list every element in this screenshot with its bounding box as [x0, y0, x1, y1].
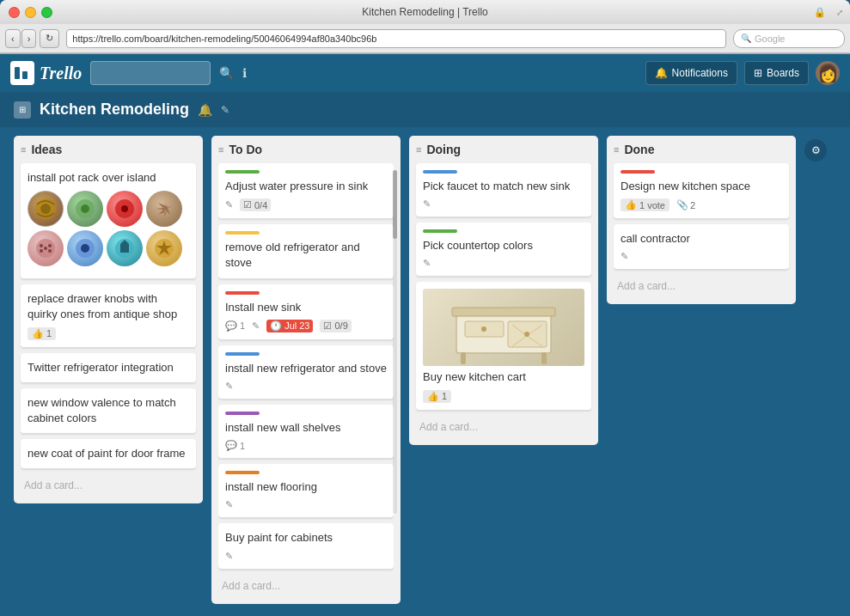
clock-icon: 🕐 — [270, 320, 282, 332]
card-twitter-fridge[interactable]: Twitter refrigerator integration — [21, 353, 196, 383]
edit-action[interactable]: ✎ — [621, 251, 628, 262]
card-title: replace drawer knobs with quirky ones fr… — [28, 291, 189, 322]
votes-badge[interactable]: 👍 1 — [28, 327, 56, 340]
edit-action[interactable]: ✎ — [423, 258, 431, 269]
card-remove-fridge[interactable]: remove old refrigerator and stove — [218, 224, 394, 278]
maximize-button[interactable] — [41, 7, 52, 18]
back-button[interactable]: ‹ — [5, 29, 21, 48]
list-header-todo: ≡ To Do — [218, 143, 394, 156]
edit-action[interactable]: ✎ — [225, 499, 233, 510]
card-drawer-knobs[interactable]: replace drawer knobs with quirky ones fr… — [21, 284, 196, 347]
add-card-ideas[interactable]: Add a card... — [21, 474, 196, 497]
card-countertop-colors[interactable]: Pick countertop colors ✎ — [416, 223, 591, 277]
checklist-value: 0/9 — [334, 320, 347, 331]
card-new-flooring[interactable]: install new flooring ✎ — [218, 464, 394, 518]
card-actions: ✎ — [225, 381, 387, 392]
card-window-valence[interactable]: new window valence to match cabinet colo… — [21, 388, 196, 434]
card-label-green — [423, 229, 457, 233]
scroll-thumb — [393, 170, 397, 239]
kitchen-cart-image — [423, 289, 584, 366]
edit-action[interactable]: ✎ — [225, 199, 233, 210]
card-buy-paint[interactable]: Buy paint for cabinets ✎ — [218, 523, 394, 569]
trello-search-button[interactable]: 🔍 — [219, 66, 234, 80]
card-title: Twitter refrigerator integration — [28, 360, 189, 375]
edit-action[interactable]: ✎ — [225, 381, 233, 392]
resize-icon: ⤢ — [836, 8, 843, 17]
knob-8 — [146, 230, 182, 266]
header-right: 🔔 Notifications ⊞ Boards 👩 — [645, 61, 840, 85]
card-pick-faucet[interactable]: Pick faucet to match new sink ✎ — [416, 163, 591, 217]
votes-badge[interactable]: 👍 1 vote — [621, 198, 670, 211]
card-label-blue — [225, 352, 260, 356]
board-settings-button[interactable]: ⚙ — [804, 139, 827, 162]
card-title: Adjust water pressure in sink — [225, 179, 387, 194]
attach-badge[interactable]: 📎 2 — [676, 199, 695, 210]
window-title: Kitchen Remodeling | Trello — [362, 6, 488, 18]
list-todo: ≡ To Do Adjust water pressure in sink ✎ … — [211, 136, 401, 604]
svg-point-12 — [81, 244, 89, 253]
card-actions: ✎ — [423, 258, 584, 269]
forward-button[interactable]: › — [21, 29, 37, 48]
card-title: install new wall shelves — [225, 420, 387, 436]
add-card-doing[interactable]: Add a card... — [416, 416, 591, 438]
edit-action[interactable]: ✎ — [225, 551, 233, 562]
card-label-blue — [423, 170, 457, 174]
boards-label: Boards — [767, 67, 799, 79]
checklist-badge[interactable]: ☑ 0/4 — [240, 198, 271, 211]
board-title: Kitchen Remodeling — [40, 101, 189, 119]
window-controls[interactable] — [9, 7, 52, 18]
card-install-new-fridge[interactable]: install new refrigerator and stove ✎ — [218, 345, 394, 399]
card-label-yellow — [225, 231, 260, 235]
minimize-button[interactable] — [25, 7, 36, 18]
card-adjust-water[interactable]: Adjust water pressure in sink ✎ ☑ 0/4 — [218, 163, 394, 219]
url-text: https://trello.com/board/kitchen-remodel… — [72, 34, 376, 44]
bell-icon: 🔔 — [655, 67, 668, 79]
edit-action[interactable]: ✎ — [252, 320, 260, 332]
card-label-red — [225, 291, 260, 295]
card-design-kitchen[interactable]: Design new kitchen space 👍 1 vote 📎 2 — [614, 163, 789, 219]
lock-icon: 🔒 — [814, 7, 826, 18]
trello-info-icon[interactable]: ℹ — [242, 66, 247, 80]
card-wall-shelves[interactable]: install new wall shelves 💬 1 — [218, 405, 394, 459]
comment-action[interactable]: 💬 1 — [225, 440, 245, 451]
board-area: ≡ Ideas install pot rack over island — [0, 127, 850, 611]
svg-point-1 — [40, 204, 51, 214]
url-bar[interactable]: https://trello.com/board/kitchen-remodel… — [66, 29, 726, 48]
svg-point-10 — [44, 247, 47, 250]
card-actions: ✎ — [423, 198, 584, 210]
comment-action[interactable]: 💬 1 — [225, 320, 245, 332]
due-date-badge[interactable]: 🕐 Jul 23 — [266, 320, 313, 332]
trello-search-input[interactable] — [90, 61, 211, 85]
list-header-done: ≡ Done — [614, 143, 789, 156]
boards-button[interactable]: ⊞ Boards — [744, 61, 809, 85]
board-bell-icon[interactable]: 🔔 — [198, 103, 212, 117]
edit-action[interactable]: ✎ — [423, 198, 431, 210]
card-call-contractor[interactable]: call contractor ✎ — [614, 224, 789, 270]
paperclip-icon: 📎 — [676, 199, 688, 210]
card-kitchen-cart[interactable]: Buy new kitchen cart 👍 1 — [416, 282, 591, 410]
votes-badge[interactable]: 👍 1 — [423, 390, 451, 403]
board-edit-icon[interactable]: ✎ — [221, 104, 229, 116]
scroll-indicator — [393, 170, 397, 514]
search-bar[interactable]: 🔍 Google — [733, 29, 845, 48]
back-forward-buttons[interactable]: ‹ › — [5, 29, 36, 48]
card-title: new coat of paint for door frame — [28, 446, 189, 461]
close-button[interactable] — [9, 7, 20, 18]
card-actions: ✎ — [621, 251, 782, 262]
trello-logo[interactable]: Trello — [10, 61, 82, 85]
card-door-frame-paint[interactable]: new coat of paint for door frame — [21, 439, 196, 469]
svg-point-17 — [481, 326, 486, 332]
list-done: ≡ Done Design new kitchen space 👍 1 vote… — [607, 136, 796, 304]
checklist-badge[interactable]: ☑ 0/9 — [320, 320, 351, 332]
card-title: install new flooring — [225, 479, 387, 495]
refresh-button[interactable]: ↻ — [40, 29, 59, 48]
knob-3 — [107, 191, 143, 227]
card-actions: ✎ — [225, 551, 387, 562]
card-install-pot-rack[interactable]: install pot rack over island — [21, 163, 196, 279]
card-install-sink[interactable]: Install new sink 💬 1 ✎ 🕐 Jul 23 ☑ 0/9 — [218, 284, 394, 340]
add-card-done[interactable]: Add a card... — [614, 275, 789, 297]
card-actions: ✎ ☑ 0/4 — [225, 198, 387, 211]
user-avatar[interactable]: 👩 — [816, 61, 840, 85]
add-card-todo[interactable]: Add a card... — [218, 575, 394, 597]
notifications-button[interactable]: 🔔 Notifications — [645, 61, 737, 85]
